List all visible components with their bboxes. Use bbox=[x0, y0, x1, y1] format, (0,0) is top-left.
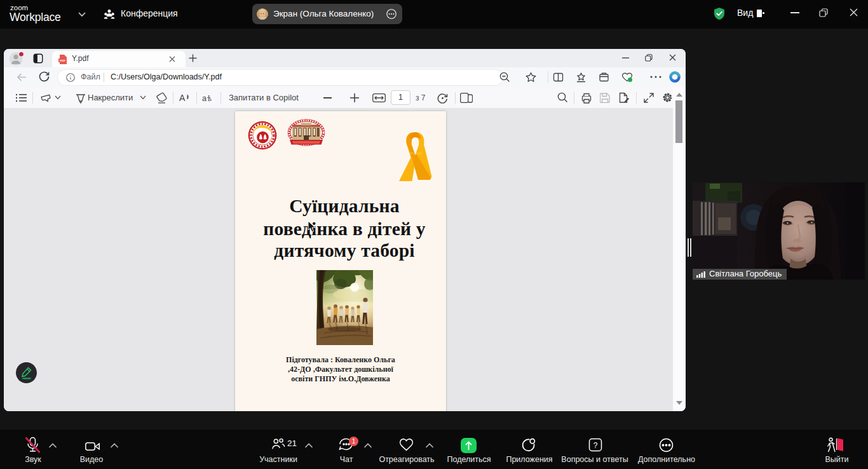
svg-text:shutterst: shutterst bbox=[409, 151, 422, 155]
svg-text:а: а bbox=[202, 94, 207, 103]
svg-text:ѣ: ѣ bbox=[207, 94, 212, 103]
svg-text:PDF: PDF bbox=[60, 59, 65, 62]
svg-text:?: ? bbox=[593, 441, 598, 450]
svg-text:A: A bbox=[179, 93, 186, 103]
